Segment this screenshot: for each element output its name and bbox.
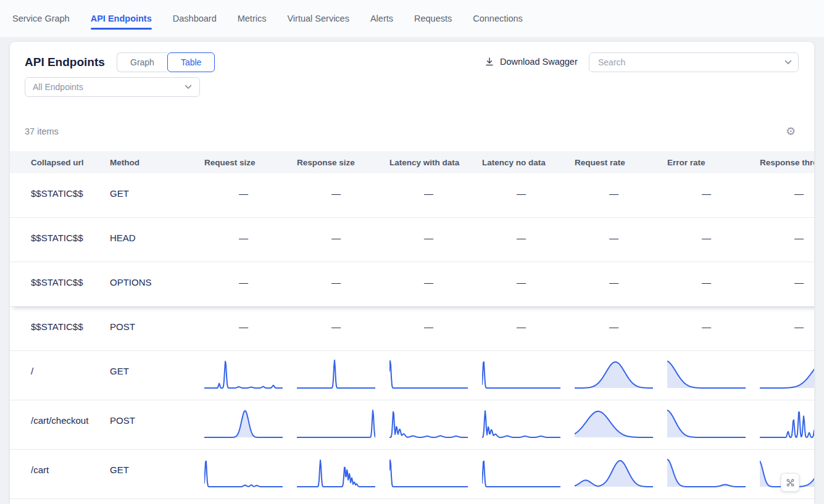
latency-with-data-empty-cell: — bbox=[389, 218, 482, 262]
column-header-request-size: Request size bbox=[204, 158, 297, 167]
response-throughput-empty-cell: — bbox=[760, 173, 814, 217]
request-rate-empty-cell: — bbox=[575, 262, 667, 306]
url-cell: $$STATIC$$ bbox=[10, 262, 110, 306]
endpoint-row: /cart/checkoutPOST bbox=[10, 400, 814, 450]
method-cell: POST bbox=[110, 400, 204, 449]
download-swagger-button[interactable]: Download Swagger bbox=[485, 57, 578, 67]
response-throughput-sparkline bbox=[760, 351, 814, 400]
nav-tab-alerts[interactable]: Alerts bbox=[370, 0, 393, 37]
url-cell: /cart bbox=[10, 450, 110, 498]
request-size-empty-cell: — bbox=[204, 173, 297, 217]
empty-value: — bbox=[760, 262, 814, 287]
error-rate-sparkline bbox=[667, 450, 760, 498]
empty-value: — bbox=[575, 173, 653, 199]
endpoint-row: $$STATIC$$OPTIONS——————— bbox=[10, 262, 814, 307]
column-header-request-rate: Request rate bbox=[575, 158, 667, 167]
empty-value: — bbox=[389, 218, 468, 243]
column-header-error-rate: Error rate bbox=[667, 158, 760, 167]
request-size-empty-cell: — bbox=[204, 262, 297, 306]
endpoint-row: $$STATIC$$HEAD——————— bbox=[10, 218, 814, 262]
nav-tab-dashboard[interactable]: Dashboard bbox=[173, 0, 217, 37]
table-header-row: Collapsed urlMethodRequest sizeResponse … bbox=[10, 151, 814, 173]
empty-value: — bbox=[297, 307, 375, 332]
empty-value: — bbox=[297, 218, 375, 243]
column-header-latency-no-data: Latency no data bbox=[482, 158, 575, 167]
response-size-sparkline bbox=[297, 351, 389, 400]
latency-no-data-sparkline bbox=[482, 351, 575, 400]
expand-chart-button[interactable] bbox=[781, 473, 799, 492]
empty-value: — bbox=[482, 218, 560, 243]
empty-value: — bbox=[760, 173, 814, 199]
search-input[interactable] bbox=[597, 57, 784, 68]
empty-value: — bbox=[575, 218, 653, 243]
endpoint-row: $$STATIC$$GET——————— bbox=[10, 173, 814, 218]
response-throughput-empty-cell: — bbox=[760, 307, 814, 350]
latency-with-data-sparkline bbox=[389, 450, 482, 498]
column-header-latency-with-data: Latency with data bbox=[389, 158, 482, 167]
empty-value: — bbox=[760, 218, 814, 243]
method-cell: POST bbox=[110, 307, 204, 350]
request-size-empty-cell: — bbox=[204, 307, 297, 350]
latency-with-data-empty-cell: — bbox=[389, 173, 482, 217]
response-size-empty-cell: — bbox=[297, 173, 389, 217]
url-cell: $$STATIC$$ bbox=[10, 218, 110, 262]
column-header-collapsed-url: Collapsed url bbox=[10, 158, 110, 167]
error-rate-empty-cell: — bbox=[667, 173, 760, 217]
chevron-down-icon bbox=[185, 85, 192, 89]
view-toggle: Graph Table bbox=[117, 52, 215, 72]
nav-tab-api-endpoints[interactable]: API Endpoints bbox=[91, 0, 152, 37]
endpoint-row: /cartGET bbox=[10, 450, 814, 499]
empty-value: — bbox=[297, 173, 375, 199]
latency-with-data-sparkline bbox=[389, 351, 482, 400]
response-throughput-empty-cell: — bbox=[760, 218, 814, 262]
nav-tab-metrics[interactable]: Metrics bbox=[238, 0, 267, 37]
response-throughput-empty-cell: — bbox=[760, 262, 814, 306]
response-size-empty-cell: — bbox=[297, 307, 389, 350]
method-cell: OPTIONS bbox=[110, 262, 204, 306]
empty-value: — bbox=[389, 307, 468, 332]
request-rate-sparkline bbox=[575, 400, 667, 449]
nav-tab-service-graph[interactable]: Service Graph bbox=[12, 0, 70, 37]
nav-tab-virtual-services[interactable]: Virtual Services bbox=[287, 0, 349, 37]
nav-tab-requests[interactable]: Requests bbox=[414, 0, 452, 37]
endpoint-filter-placeholder: All Endpoints bbox=[33, 82, 83, 92]
empty-value: — bbox=[667, 262, 746, 287]
nav-tab-connections[interactable]: Connections bbox=[473, 0, 523, 37]
error-rate-empty-cell: — bbox=[667, 262, 760, 306]
response-size-sparkline bbox=[297, 450, 389, 498]
empty-value: — bbox=[667, 307, 746, 332]
endpoints-table: Collapsed urlMethodRequest sizeResponse … bbox=[10, 151, 814, 504]
table-settings-button[interactable]: ⚙ bbox=[783, 123, 799, 139]
chevron-down-icon[interactable] bbox=[784, 60, 792, 65]
response-size-empty-cell: — bbox=[297, 262, 389, 306]
url-cell: $$STATIC$$ bbox=[10, 173, 110, 217]
download-swagger-label: Download Swagger bbox=[500, 57, 578, 67]
table-view-button[interactable]: Table bbox=[167, 52, 215, 72]
endpoint-filter-select[interactable]: All Endpoints bbox=[25, 77, 200, 97]
response-size-empty-cell: — bbox=[297, 218, 389, 262]
url-cell: / bbox=[10, 351, 110, 400]
request-rate-empty-cell: — bbox=[575, 307, 667, 350]
empty-value: — bbox=[482, 307, 560, 332]
empty-value: — bbox=[760, 307, 814, 332]
latency-with-data-empty-cell: — bbox=[389, 307, 482, 350]
empty-value: — bbox=[204, 173, 283, 199]
empty-value: — bbox=[389, 262, 468, 287]
top-navigation: Service GraphAPI EndpointsDashboardMetri… bbox=[0, 0, 824, 37]
method-cell: GET bbox=[110, 173, 204, 217]
latency-no-data-empty-cell: — bbox=[482, 173, 575, 217]
empty-value: — bbox=[575, 307, 653, 332]
request-rate-sparkline bbox=[575, 351, 667, 400]
empty-value: — bbox=[575, 262, 653, 287]
graph-view-button[interactable]: Graph bbox=[117, 52, 167, 72]
empty-value: — bbox=[389, 173, 468, 199]
column-header-response-size: Response size bbox=[297, 158, 389, 167]
latency-no-data-empty-cell: — bbox=[482, 262, 575, 306]
response-throughput-sparkline bbox=[760, 400, 814, 449]
empty-value: — bbox=[204, 262, 283, 287]
latency-with-data-sparkline bbox=[389, 400, 482, 449]
error-rate-sparkline bbox=[667, 351, 760, 400]
latency-no-data-sparkline bbox=[482, 400, 575, 449]
latency-with-data-empty-cell: — bbox=[389, 262, 482, 306]
latency-no-data-empty-cell: — bbox=[482, 218, 575, 262]
